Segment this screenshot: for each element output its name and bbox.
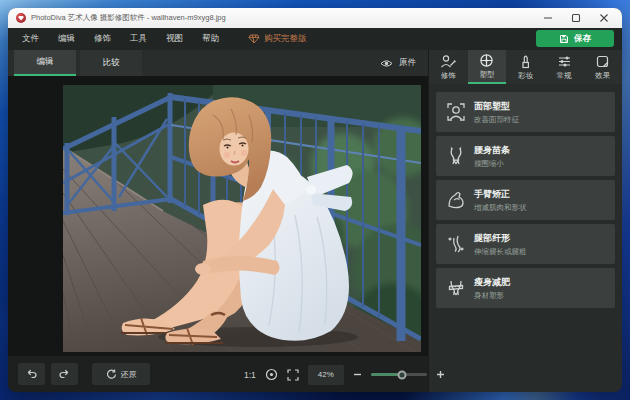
- window-title: PhotoDiva 艺术人像 摄影修图软件 - wallhaven-m9xyg8…: [31, 13, 226, 23]
- app-logo-icon: [16, 13, 26, 23]
- sidebar-tab-retouch[interactable]: 修饰: [429, 50, 468, 84]
- tool-subtitle: 增减肌肉和形状: [474, 203, 527, 213]
- sidebar-tab-general[interactable]: 常规: [545, 50, 584, 84]
- canvas-area: [8, 76, 428, 355]
- tool-subtitle: 伸缩腿长或腿粗: [474, 247, 527, 257]
- photo-canvas[interactable]: [63, 85, 421, 352]
- tool-title: 瘦身减肥: [474, 276, 510, 289]
- sidebar-tab-label: 彩妆: [518, 71, 533, 81]
- waist-icon: [446, 146, 466, 166]
- body-tape-icon: [446, 278, 466, 298]
- view-tabstrip: 编辑 比较 原件: [8, 50, 428, 76]
- tool-face-shape[interactable]: 面部塑型 改善面部特征: [436, 92, 615, 132]
- redo-icon: [58, 369, 71, 379]
- close-button[interactable]: [598, 12, 610, 24]
- retouch-icon: [440, 54, 456, 69]
- buy-full-version-button[interactable]: 购买完整版: [248, 33, 307, 45]
- actual-size-button[interactable]: 1:1: [244, 370, 256, 380]
- menu-view[interactable]: 视图: [166, 33, 183, 45]
- effects-icon: [595, 54, 610, 69]
- arm-icon: [446, 190, 466, 210]
- bottom-toolbar: 还原 1:1 42%: [8, 355, 428, 392]
- original-label: 原件: [399, 57, 416, 69]
- tool-title: 腿部纤形: [474, 232, 527, 245]
- undo-icon: [25, 369, 38, 379]
- sidebar-tab-effects[interactable]: 效果: [583, 50, 622, 84]
- sidebar-tab-label: 常规: [557, 71, 572, 81]
- save-icon: [559, 34, 569, 44]
- show-original-button[interactable]: 原件: [380, 50, 416, 76]
- adjust-icon: [557, 54, 572, 69]
- sidebar: 修饰 塑型: [428, 50, 622, 392]
- menu-retouch[interactable]: 修饰: [94, 33, 111, 45]
- zoom-level: 42%: [308, 365, 344, 385]
- title-bar: PhotoDiva 艺术人像 摄影修图软件 - wallhaven-m9xyg8…: [8, 8, 622, 28]
- tool-title: 手臂矫正: [474, 188, 527, 201]
- menu-edit[interactable]: 编辑: [58, 33, 75, 45]
- zoom-out-icon[interactable]: [353, 370, 362, 379]
- buy-label: 购买完整版: [264, 33, 307, 45]
- app-window: PhotoDiva 艺术人像 摄影修图软件 - wallhaven-m9xyg8…: [8, 8, 622, 392]
- face-outline-icon: [446, 102, 466, 122]
- eye-icon: [380, 59, 393, 68]
- tool-body-slimming[interactable]: 瘦身减肥 身材塑形: [436, 268, 615, 308]
- sidebar-tabs: 修饰 塑型: [429, 50, 622, 84]
- menu-bar: 文件 编辑 修饰 工具 视图 帮助 购买完整版 保存: [8, 28, 622, 50]
- leg-icon: [446, 234, 466, 254]
- fullscreen-icon[interactable]: [287, 369, 299, 381]
- maximize-button[interactable]: [570, 12, 582, 24]
- zoom-slider-handle[interactable]: [397, 370, 406, 379]
- reset-button[interactable]: 还原: [92, 363, 150, 385]
- tool-title: 腰身苗条: [474, 144, 510, 157]
- sidebar-tab-shape[interactable]: 塑型: [468, 50, 507, 84]
- tool-subtitle: 腰围缩小: [474, 159, 510, 169]
- tab-compare[interactable]: 比较: [80, 50, 142, 76]
- minimize-button[interactable]: [542, 12, 554, 24]
- shape-icon: [479, 53, 494, 68]
- reset-label: 还原: [121, 369, 137, 380]
- tool-list: 面部塑型 改善面部特征: [429, 84, 622, 312]
- zoom-slider[interactable]: [371, 370, 427, 380]
- menu-file[interactable]: 文件: [22, 33, 39, 45]
- menu-help[interactable]: 帮助: [202, 33, 219, 45]
- save-button[interactable]: 保存: [536, 30, 614, 47]
- makeup-icon: [518, 54, 533, 69]
- sidebar-tab-makeup[interactable]: 彩妆: [506, 50, 545, 84]
- reset-icon: [106, 369, 117, 380]
- tool-title: 面部塑型: [474, 100, 519, 113]
- tool-arm-correction[interactable]: 手臂矫正 增减肌肉和形状: [436, 180, 615, 220]
- tab-edit[interactable]: 编辑: [14, 50, 76, 76]
- sidebar-tab-label: 塑型: [479, 70, 494, 80]
- tool-leg-slimming[interactable]: 腿部纤形 伸缩腿长或腿粗: [436, 224, 615, 264]
- undo-button[interactable]: [18, 363, 45, 385]
- fit-screen-icon[interactable]: [265, 368, 278, 381]
- zoom-in-icon[interactable]: [436, 370, 445, 379]
- gem-icon: [248, 34, 260, 44]
- desktop-wallpaper: PhotoDiva 艺术人像 摄影修图软件 - wallhaven-m9xyg8…: [0, 0, 630, 400]
- redo-button[interactable]: [51, 363, 78, 385]
- tool-subtitle: 身材塑形: [474, 291, 510, 301]
- menu-tools[interactable]: 工具: [130, 33, 147, 45]
- tool-subtitle: 改善面部特征: [474, 115, 519, 125]
- sidebar-tab-label: 效果: [595, 71, 610, 81]
- tool-slim-waist[interactable]: 腰身苗条 腰围缩小: [436, 136, 615, 176]
- save-label: 保存: [574, 33, 591, 45]
- sidebar-tab-label: 修饰: [441, 71, 456, 81]
